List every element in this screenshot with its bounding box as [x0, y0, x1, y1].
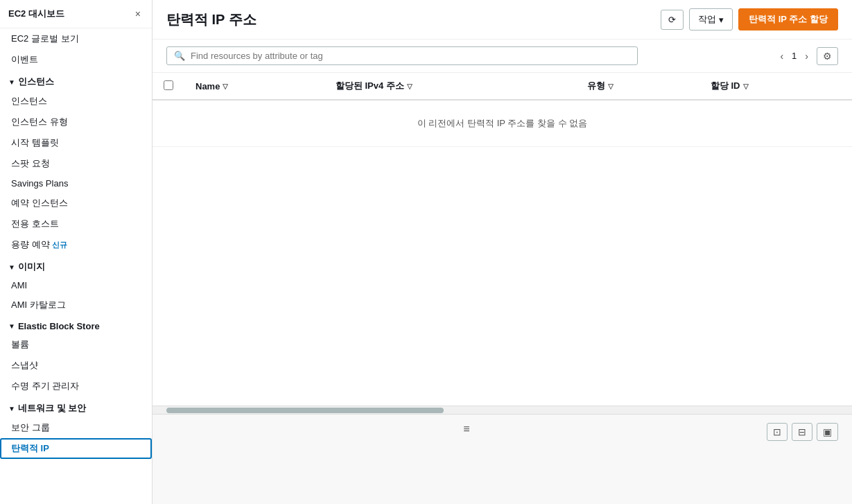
- type-column-header[interactable]: 유형 ▽: [576, 73, 699, 100]
- name-column-header[interactable]: Name ▽: [184, 73, 324, 100]
- sidebar-title: EC2 대시보드: [8, 8, 64, 20]
- select-all-checkbox[interactable]: [164, 80, 173, 90]
- chevron-down-icon: ▼: [8, 405, 15, 412]
- search-input[interactable]: [191, 51, 630, 61]
- next-page-button[interactable]: ›: [801, 49, 812, 63]
- sort-icon: ▽: [407, 82, 412, 90]
- sidebar-item-capacity-reservations[interactable]: 용량 예약 신규: [0, 234, 152, 255]
- sidebar-item-ami-catalog[interactable]: AMI 카탈로그: [0, 295, 152, 315]
- allocate-ip-button[interactable]: 탄력적 IP 주소 할당: [738, 8, 838, 31]
- sidebar-item-reserved-instances[interactable]: 예약 인스턴스: [0, 193, 152, 214]
- sidebar-item-ami[interactable]: AMI: [0, 276, 152, 295]
- sidebar: EC2 대시보드 × EC2 글로벌 보기 이벤트 ▼ 인스턴스 인스턴스 인스…: [0, 0, 153, 504]
- close-button[interactable]: ×: [132, 7, 144, 21]
- search-bar: 🔍 ‹ 1 › ⚙: [153, 40, 852, 73]
- new-badge: 신규: [52, 241, 67, 249]
- sort-icon: ▽: [743, 82, 749, 90]
- refresh-icon: ⟳: [668, 15, 676, 25]
- empty-message: 이 리전에서 탄력적 IP 주소를 찾을 수 없음: [153, 100, 852, 147]
- table-wrap: Name ▽ 할당된 IPv4 주소 ▽ 유형 ▽: [153, 73, 852, 406]
- page-number: 1: [792, 51, 797, 61]
- table-empty-row: 이 리전에서 탄력적 IP 주소를 찾을 수 없음: [153, 100, 852, 147]
- sidebar-item-dedicated-hosts[interactable]: 전용 호스트: [0, 214, 152, 234]
- bottom-icon-1[interactable]: ⊡: [767, 423, 788, 441]
- sort-icon: ▽: [608, 82, 614, 90]
- sidebar-item-spot-requests[interactable]: 스팟 요청: [0, 153, 152, 174]
- bottom-center: ≡: [166, 423, 767, 435]
- sidebar-item-snapshots[interactable]: 스냅샷: [0, 355, 152, 376]
- scroll-thumb[interactable]: [166, 408, 444, 413]
- bottom-icons: ⊡ ⊟ ▣: [767, 423, 838, 441]
- sidebar-item-elastic-ip[interactable]: 탄력적 IP: [0, 438, 152, 459]
- allocation-id-column-header[interactable]: 할당 ID ▽: [699, 73, 852, 100]
- action-button[interactable]: 작업 ▾: [689, 8, 733, 31]
- page-title: 탄력적 IP 주소: [166, 10, 257, 29]
- sidebar-item-savings-plans[interactable]: Savings Plans: [0, 174, 152, 193]
- chevron-down-icon: ▼: [8, 322, 15, 330]
- sidebar-item-launch-templates[interactable]: 시작 템플릿: [0, 132, 152, 153]
- sidebar-section-ebs[interactable]: ▼ Elastic Block Store: [0, 315, 152, 334]
- select-all-column: [153, 73, 184, 100]
- bottom-icon-3[interactable]: ▣: [817, 423, 838, 441]
- sidebar-section-network[interactable]: ▼ 네트워크 및 보안: [0, 397, 152, 417]
- hamburger-icon: ≡: [463, 423, 469, 435]
- search-input-wrap: 🔍: [166, 46, 638, 65]
- bottom-bar: ≡ ⊡ ⊟ ▣: [153, 414, 852, 504]
- top-bar-actions: ⟳ 작업 ▾ 탄력적 IP 주소 할당: [661, 8, 838, 31]
- horizontal-scrollbar[interactable]: [153, 406, 852, 414]
- top-bar: 탄력적 IP 주소 ⟳ 작업 ▾ 탄력적 IP 주소 할당: [153, 0, 852, 40]
- refresh-button[interactable]: ⟳: [661, 10, 684, 30]
- chevron-down-icon: ▼: [8, 263, 15, 271]
- sidebar-section-instances[interactable]: ▼ 인스턴스: [0, 70, 152, 91]
- sidebar-item-instance-types[interactable]: 인스턴스 유형: [0, 112, 152, 132]
- sidebar-item-events[interactable]: 이벤트: [0, 49, 152, 70]
- pagination: ‹ 1 › ⚙: [776, 47, 838, 65]
- bottom-icon-2[interactable]: ⊟: [792, 423, 812, 441]
- sidebar-item-volumes[interactable]: 볼륨: [0, 334, 152, 355]
- ipv4-column-header[interactable]: 할당된 IPv4 주소 ▽: [324, 73, 576, 100]
- sidebar-item-lifecycle-manager[interactable]: 수명 주기 관리자: [0, 376, 152, 397]
- table-settings-button[interactable]: ⚙: [817, 47, 838, 65]
- sidebar-header: EC2 대시보드 ×: [0, 0, 152, 28]
- chevron-down-icon: ▾: [719, 15, 724, 25]
- resource-table: Name ▽ 할당된 IPv4 주소 ▽ 유형 ▽: [153, 73, 852, 147]
- prev-page-button[interactable]: ‹: [776, 49, 788, 63]
- chevron-down-icon: ▼: [8, 78, 15, 86]
- sidebar-item-instances[interactable]: 인스턴스: [0, 91, 152, 112]
- search-icon: 🔍: [174, 51, 185, 61]
- sidebar-item-security-groups[interactable]: 보안 그룹: [0, 417, 152, 438]
- main-content: 탄력적 IP 주소 ⟳ 작업 ▾ 탄력적 IP 주소 할당 🔍 ‹ 1 › ⚙: [153, 0, 852, 504]
- table-header-row: Name ▽ 할당된 IPv4 주소 ▽ 유형 ▽: [153, 73, 852, 100]
- sidebar-item-ec2-global[interactable]: EC2 글로벌 보기: [0, 28, 152, 49]
- action-label: 작업: [698, 13, 716, 26]
- sort-icon: ▽: [223, 82, 228, 90]
- sidebar-section-images[interactable]: ▼ 이미지: [0, 255, 152, 276]
